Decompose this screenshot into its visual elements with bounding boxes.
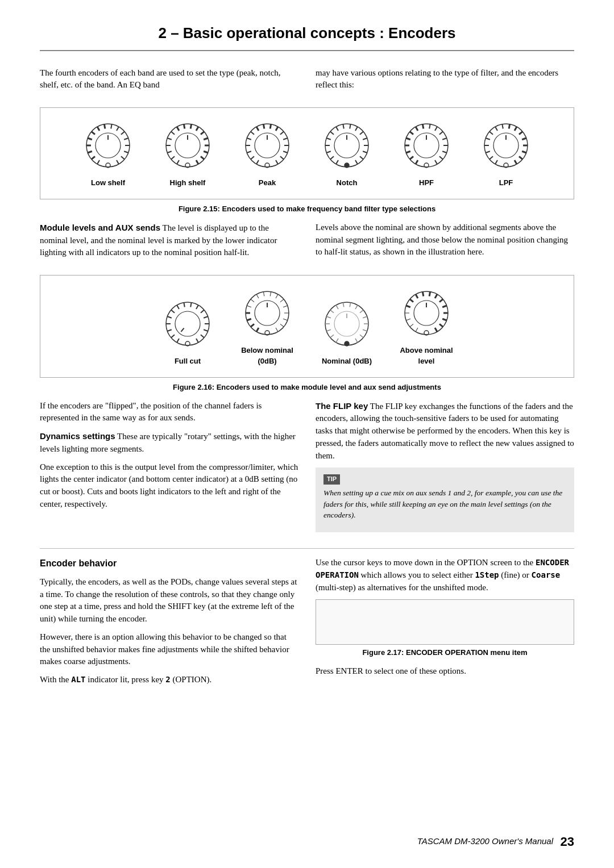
svg-line-135 — [201, 335, 204, 337]
svg-line-15 — [121, 156, 125, 159]
intro-col-left: The fourth encoders of each band are use… — [40, 67, 298, 98]
svg-line-46 — [251, 132, 254, 135]
svg-line-67 — [336, 127, 338, 131]
svg-line-146 — [251, 299, 254, 302]
svg-line-29 — [190, 124, 191, 129]
svg-line-26 — [171, 132, 175, 135]
figure-215-caption: Figure 2.15: Encoders used to make frequ… — [40, 204, 574, 215]
svg-point-40 — [246, 124, 289, 167]
above-nominal-label: Above nominallevel — [400, 345, 453, 367]
svg-line-192 — [442, 306, 447, 307]
svg-line-116 — [515, 160, 517, 164]
below-nominal-knob-icon — [239, 286, 296, 343]
svg-line-28 — [184, 124, 184, 129]
svg-line-54 — [283, 151, 288, 153]
svg-line-75 — [360, 156, 363, 159]
svg-line-88 — [422, 124, 423, 129]
svg-line-130 — [196, 305, 198, 309]
svg-line-71 — [360, 132, 363, 135]
svg-line-36 — [196, 160, 198, 164]
encoder-full-cut: Full cut — [151, 297, 225, 367]
encoder-behavior-heading: Encoder behavior — [40, 558, 117, 568]
svg-line-194 — [442, 319, 447, 320]
above-nominal-knob-icon — [398, 286, 455, 343]
svg-line-143 — [247, 319, 251, 320]
svg-line-10 — [117, 127, 119, 131]
svg-line-174 — [363, 329, 367, 331]
svg-line-23 — [167, 151, 172, 153]
figure-217-box — [316, 599, 574, 645]
svg-line-68 — [343, 124, 343, 129]
svg-line-70 — [355, 127, 358, 131]
svg-line-6 — [92, 132, 95, 135]
svg-line-165 — [326, 316, 331, 318]
encoder-row-216: Full cut — [151, 286, 463, 367]
encoder-behavior-heading-para: Encoder behavior — [40, 557, 298, 570]
low-shelf-knob-icon — [80, 118, 136, 175]
hpf-label: HPF — [419, 178, 434, 189]
figure-215-box: Low shelf — [40, 107, 574, 199]
svg-line-27 — [177, 127, 179, 131]
svg-line-50 — [276, 127, 278, 131]
encoder-low-shelf: Low shelf — [71, 118, 145, 189]
svg-line-22 — [171, 156, 175, 159]
svg-line-114 — [522, 151, 526, 153]
svg-line-112 — [522, 138, 526, 140]
encoder-notch: Notch — [310, 118, 384, 189]
svg-line-147 — [256, 294, 259, 298]
full-cut-knob-icon — [159, 297, 216, 353]
svg-point-20 — [166, 124, 209, 167]
svg-line-62 — [330, 156, 334, 159]
svg-line-45 — [247, 138, 251, 140]
intro-text-right: may have various options relating to the… — [316, 67, 574, 92]
svg-line-186 — [410, 299, 413, 302]
svg-line-189 — [429, 292, 430, 297]
peak-label: Peak — [259, 178, 276, 189]
tip-box: TIP When setting up a cue mix on aux sen… — [316, 468, 574, 532]
svg-line-170 — [355, 305, 358, 309]
svg-line-121 — [177, 339, 179, 343]
encoder-behavior-para1: Typically, the encoders, as well as the … — [40, 576, 298, 625]
svg-line-47 — [256, 127, 259, 131]
svg-line-149 — [270, 292, 271, 297]
module-levels-text: Module levels and AUX sends The level is… — [40, 222, 298, 259]
svg-line-125 — [167, 316, 172, 318]
svg-line-35 — [201, 156, 204, 159]
svg-line-155 — [280, 324, 284, 327]
svg-line-5 — [88, 138, 92, 140]
svg-line-21 — [177, 160, 179, 164]
svg-line-168 — [343, 303, 343, 307]
svg-line-32 — [204, 138, 208, 140]
svg-line-110 — [515, 127, 517, 131]
svg-line-161 — [336, 339, 338, 343]
high-shelf-knob-icon — [159, 118, 216, 175]
svg-line-183 — [406, 319, 410, 320]
svg-line-105 — [486, 138, 490, 140]
intro-section: The fourth encoders of each band are use… — [40, 67, 574, 98]
figure-216-caption: Figure 2.16: Encoders used to make modul… — [40, 382, 574, 393]
svg-line-134 — [204, 329, 208, 331]
svg-line-128 — [184, 303, 184, 307]
section-divider — [40, 548, 574, 549]
svg-line-63 — [326, 151, 331, 153]
svg-line-8 — [104, 124, 105, 129]
encoder-below-nominal: Below nominal(0dB) — [230, 286, 304, 367]
svg-line-111 — [519, 132, 522, 135]
svg-line-1 — [97, 160, 99, 164]
svg-line-102 — [489, 156, 493, 159]
flip-section: If the encoders are "flipped", the posit… — [40, 400, 574, 538]
svg-line-69 — [350, 124, 350, 129]
1step-code: 1Step — [475, 570, 499, 579]
encoder-above-nominal: Above nominallevel — [389, 286, 463, 367]
svg-line-156 — [276, 328, 278, 332]
nominal-label: Nominal (0dB) — [322, 356, 372, 367]
svg-line-167 — [336, 305, 338, 309]
svg-line-65 — [326, 138, 331, 140]
svg-line-182 — [410, 324, 413, 327]
dynamics-para2: One exception to this is the output leve… — [40, 461, 298, 511]
svg-line-72 — [363, 138, 367, 140]
page-title: 2 – Basic operational concepts : Encoder… — [40, 23, 574, 51]
svg-line-96 — [435, 160, 437, 164]
svg-line-148 — [263, 292, 264, 297]
svg-line-51 — [280, 132, 284, 135]
